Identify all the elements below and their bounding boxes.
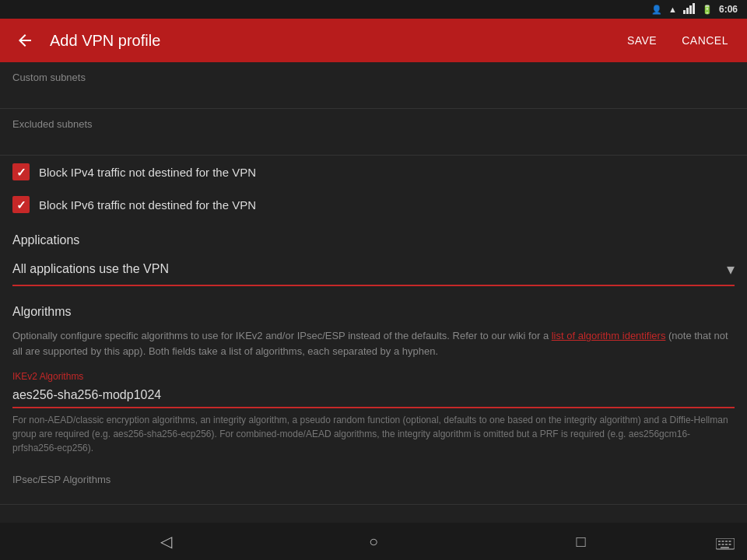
app-bar: Add VPN profile SAVE CANCEL bbox=[0, 19, 747, 62]
excluded-subnets-value bbox=[12, 133, 735, 152]
block-ipv6-checkbox[interactable]: ✓ bbox=[12, 196, 30, 213]
excluded-subnets-field[interactable]: Excluded subnets bbox=[0, 109, 747, 156]
svg-rect-3 bbox=[693, 3, 695, 14]
svg-rect-8 bbox=[729, 541, 731, 542]
block-ipv4-label: Block IPv4 traffic not destined for the … bbox=[39, 166, 256, 179]
svg-rect-2 bbox=[689, 5, 692, 14]
content-area: Custom subnets Excluded subnets ✓ Block … bbox=[0, 62, 747, 523]
person-icon: 👤 bbox=[651, 5, 662, 15]
block-ipv6-label: Block IPv6 traffic not destined for the … bbox=[39, 198, 256, 212]
status-bar: 👤 ▲ 🔋 6:06 bbox=[0, 0, 747, 19]
svg-rect-0 bbox=[683, 10, 686, 14]
algorithms-section: Algorithms Optionally configure specific… bbox=[0, 292, 747, 461]
battery-icon: 🔋 bbox=[702, 5, 713, 15]
signal-icon bbox=[683, 3, 696, 16]
applications-heading: Applications bbox=[0, 221, 747, 254]
home-nav-button[interactable]: ○ bbox=[358, 526, 389, 557]
excluded-subnets-label: Excluded subnets bbox=[12, 118, 735, 130]
algo-identifiers-link[interactable]: list of algorithm identifiers bbox=[552, 330, 666, 341]
page-title: Add VPN profile bbox=[50, 32, 608, 50]
applications-dropdown-value: All applications use the VPN bbox=[12, 262, 727, 276]
ipsec-algorithms-label: IPsec/ESP Algorithms bbox=[12, 474, 735, 485]
check-icon: ✓ bbox=[16, 199, 26, 211]
custom-subnets-value bbox=[12, 86, 735, 105]
svg-rect-10 bbox=[722, 544, 724, 545]
back-nav-button[interactable]: ◁ bbox=[150, 526, 181, 557]
algorithms-heading: Algorithms bbox=[12, 305, 735, 319]
custom-subnets-label: Custom subnets bbox=[12, 72, 735, 83]
block-ipv4-checkbox[interactable]: ✓ bbox=[12, 163, 30, 180]
svg-rect-11 bbox=[725, 544, 728, 545]
keyboard-icon[interactable] bbox=[716, 538, 735, 555]
svg-rect-7 bbox=[725, 541, 728, 542]
svg-rect-1 bbox=[686, 8, 689, 14]
ikev2-algorithms-input[interactable] bbox=[12, 385, 735, 408]
block-ipv4-row: ✓ Block IPv4 traffic not destined for th… bbox=[0, 156, 747, 188]
svg-rect-12 bbox=[729, 544, 731, 545]
cancel-button[interactable]: CANCEL bbox=[675, 28, 735, 53]
applications-dropdown[interactable]: All applications use the VPN ▾ bbox=[12, 254, 735, 286]
svg-rect-13 bbox=[721, 547, 729, 548]
save-button[interactable]: SAVE bbox=[621, 28, 663, 53]
svg-rect-5 bbox=[718, 541, 721, 542]
ipsec-section: IPsec/ESP Algorithms bbox=[0, 461, 747, 505]
back-button[interactable] bbox=[12, 28, 37, 53]
dropdown-arrow-icon: ▾ bbox=[727, 260, 735, 278]
algo-desc-text1: Optionally configure specific algorithms… bbox=[12, 330, 552, 341]
nav-bar: ◁ ○ □ bbox=[0, 523, 747, 560]
ikev2-hint: For non-AEAD/classic encryption algorith… bbox=[12, 413, 735, 455]
block-ipv6-row: ✓ Block IPv6 traffic not destined for th… bbox=[0, 188, 747, 221]
wifi-icon: ▲ bbox=[668, 5, 677, 14]
custom-subnets-field[interactable]: Custom subnets bbox=[0, 62, 747, 109]
svg-rect-9 bbox=[718, 544, 721, 545]
svg-rect-6 bbox=[722, 541, 724, 542]
time-display: 6:06 bbox=[719, 4, 738, 15]
recents-nav-button[interactable]: □ bbox=[566, 526, 597, 557]
ikev2-algorithms-label: IKEv2 Algorithms bbox=[12, 371, 735, 382]
check-icon: ✓ bbox=[16, 166, 26, 178]
algorithms-description: Optionally configure specific algorithms… bbox=[12, 328, 735, 359]
